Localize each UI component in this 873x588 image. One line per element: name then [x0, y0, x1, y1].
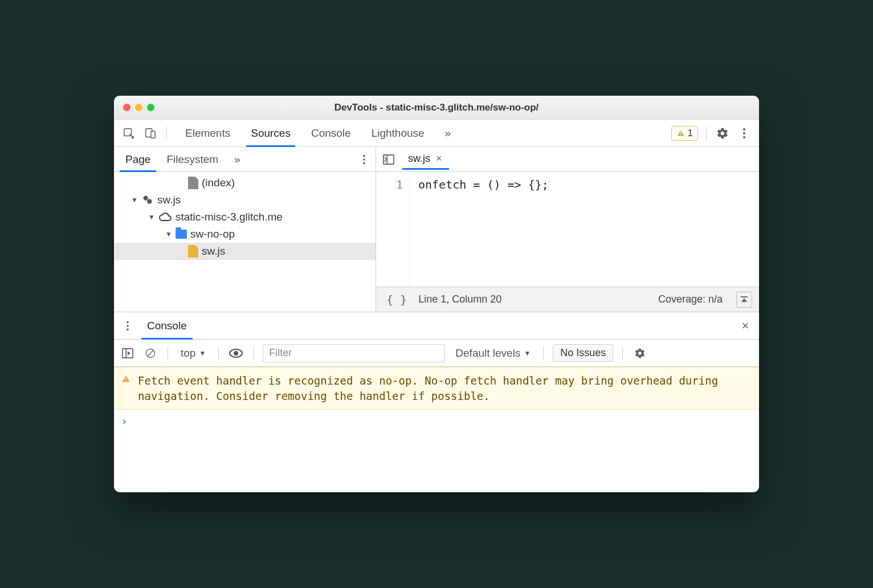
more-menu-icon[interactable] [736, 125, 752, 141]
log-levels-dropdown[interactable]: Default levels ▼ [452, 346, 534, 361]
live-expression-icon[interactable] [228, 345, 244, 361]
code-content: onfetch = () => {}; [410, 172, 549, 287]
sidebar-tab-filesystem[interactable]: Filesystem [158, 147, 226, 172]
clear-console-icon[interactable] [142, 345, 158, 361]
main-tabs: Elements Sources Console Lighthouse » [175, 120, 461, 146]
svg-point-24 [234, 351, 238, 356]
sidebar-tabs-overflow[interactable]: » [226, 147, 248, 172]
tree-item-file-swjs[interactable]: sw.js [114, 243, 376, 260]
chevron-down-icon: ▼ [148, 213, 155, 221]
svg-rect-4 [680, 134, 680, 135]
svg-point-9 [363, 158, 365, 161]
chevron-down-icon: ▼ [199, 349, 206, 357]
filter-input[interactable] [263, 344, 445, 362]
warning-triangle-icon [676, 129, 685, 137]
settings-icon[interactable] [715, 125, 731, 141]
device-toggle-icon[interactable] [142, 125, 158, 141]
main-toolbar: Elements Sources Console Lighthouse » 1 [114, 120, 759, 147]
file-tree: (index) ▼ sw.js ▼ static-m [114, 172, 376, 312]
scroll-to-top-icon[interactable] [736, 292, 752, 308]
drawer-tabbar: Console × [114, 312, 759, 340]
levels-label: Default levels [455, 347, 520, 360]
divider [166, 126, 167, 140]
svg-point-7 [743, 136, 745, 138]
warnings-badge[interactable]: 1 [671, 126, 698, 141]
svg-rect-3 [680, 132, 680, 134]
title-bar: DevTools - static-misc-3.glitch.me/sw-no… [114, 96, 759, 120]
chevron-down-icon: ▼ [165, 230, 172, 238]
divider [543, 346, 544, 360]
chevron-down-icon: ▼ [131, 196, 138, 204]
console-warning-message[interactable]: Fetch event handler is recognized as no-… [114, 367, 759, 410]
panel-body: Page Filesystem » (index) ▼ [114, 147, 759, 492]
code-editor[interactable]: 1 onfetch = () => {}; [376, 172, 759, 287]
svg-rect-15 [741, 296, 748, 297]
tree-label: sw-no-op [190, 228, 235, 240]
editor-tab-swjs[interactable]: sw.js × [402, 149, 449, 170]
gear-cluster-icon [141, 194, 154, 206]
tab-elements[interactable]: Elements [175, 120, 240, 146]
editor-status-bar: { } Line 1, Column 20 Coverage: n/a [376, 287, 759, 312]
svg-rect-26 [125, 381, 126, 381]
tree-item-sw-root[interactable]: ▼ sw.js [114, 191, 376, 209]
svg-rect-2 [151, 131, 155, 138]
drawer-more-icon[interactable] [120, 318, 136, 334]
svg-point-18 [127, 328, 129, 330]
tree-item-index[interactable]: (index) [114, 174, 376, 191]
console-drawer: Console × [114, 312, 759, 492]
issues-button[interactable]: No Issues [553, 344, 613, 362]
warnings-count: 1 [688, 128, 693, 139]
tree-label: static-misc-3.glitch.me [176, 211, 283, 223]
tree-item-folder[interactable]: ▼ sw-no-op [114, 226, 376, 243]
svg-rect-13 [384, 154, 394, 164]
line-gutter: 1 [376, 172, 410, 287]
console-toolbar: top ▼ Default levels ▼ No Issues [114, 340, 759, 367]
more-tabs-button[interactable]: » [435, 120, 462, 146]
drawer-tab-console[interactable]: Console [141, 312, 193, 339]
svg-point-6 [743, 132, 745, 134]
close-tab-icon[interactable]: × [434, 153, 444, 165]
tree-label: (index) [202, 177, 235, 189]
sidebar-tab-page[interactable]: Page [117, 147, 158, 172]
console-prompt[interactable]: › [114, 410, 759, 432]
console-body: Fetch event handler is recognized as no-… [114, 367, 759, 492]
js-file-icon [188, 245, 198, 258]
file-icon [188, 177, 198, 189]
tree-item-origin[interactable]: ▼ static-misc-3.glitch.me [114, 209, 376, 226]
divider [168, 346, 168, 360]
svg-point-11 [144, 196, 148, 201]
window-title: DevTools - static-misc-3.glitch.me/sw-no… [114, 102, 759, 113]
toggle-navigator-icon[interactable] [381, 152, 397, 168]
svg-rect-25 [125, 377, 126, 379]
tab-console[interactable]: Console [301, 120, 361, 146]
tree-label: sw.js [202, 245, 225, 258]
toggle-sidebar-icon[interactable] [120, 345, 136, 361]
sidebar-more-icon[interactable] [356, 152, 372, 168]
line-number: 1 [376, 178, 403, 191]
sidebar-tabs: Page Filesystem » [114, 147, 376, 172]
coverage-label: Coverage: n/a [658, 293, 723, 305]
cloud-icon [158, 212, 172, 222]
divider [218, 346, 219, 360]
editor-tab-label: sw.js [408, 153, 430, 165]
inspect-element-icon[interactable] [121, 125, 137, 141]
editor-tabbar: sw.js × [376, 147, 759, 172]
pretty-print-icon[interactable]: { } [383, 292, 410, 308]
editor-pane: sw.js × 1 onfetch = () => {}; { } Line 1… [376, 147, 759, 312]
warning-text: Fetch event handler is recognized as no-… [138, 374, 718, 402]
divider [253, 346, 254, 360]
svg-point-10 [363, 162, 365, 164]
close-drawer-icon[interactable]: × [737, 318, 753, 334]
cursor-position: Line 1, Column 20 [418, 293, 501, 305]
tab-lighthouse[interactable]: Lighthouse [361, 120, 435, 146]
divider [706, 126, 707, 140]
execution-context-dropdown[interactable]: top ▼ [177, 346, 209, 361]
console-settings-icon[interactable] [632, 345, 648, 361]
svg-point-17 [127, 325, 129, 327]
svg-point-5 [743, 128, 745, 130]
folder-icon [176, 230, 187, 239]
tree-label: sw.js [157, 194, 181, 206]
svg-point-8 [363, 154, 365, 157]
svg-line-22 [148, 350, 153, 356]
tab-sources[interactable]: Sources [240, 120, 301, 146]
